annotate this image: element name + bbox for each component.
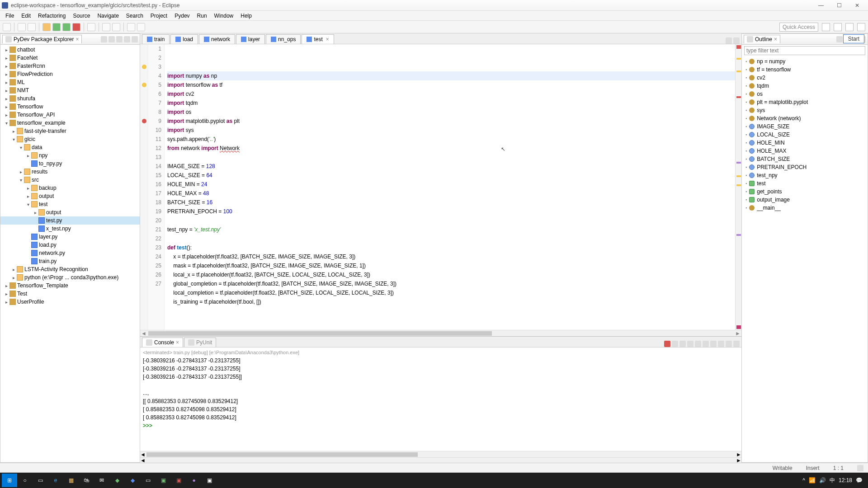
menu-help[interactable]: Help [237,11,255,20]
package-tree[interactable]: ▸chatbot▸FaceNet▸FasterRcnn▸FlowPredicti… [0,45,140,462]
app6-icon[interactable]: ▣ [202,474,217,487]
tree-item[interactable]: ▾test [0,200,140,208]
tree-item[interactable]: ▸FasterRcnn [0,62,140,70]
menu-project[interactable]: Project [147,11,171,20]
editor-tab-load[interactable]: load [170,34,198,44]
outline-tab[interactable]: Outline × [744,35,780,43]
outline-item[interactable]: ▪HOLE_MIN [742,139,868,147]
outline-item[interactable]: ▪cv2 [742,74,868,82]
menu-source[interactable]: Source [69,11,94,20]
editor-tab-layer[interactable]: layer [236,34,265,44]
tree-item[interactable]: ▸Tensorflow [0,103,140,111]
tray-volume-icon[interactable]: 🔊 [819,477,826,483]
next-annotation-button[interactable] [102,23,110,31]
terminate-icon[interactable] [664,341,670,347]
outline-item[interactable]: ▪IMAGE_SIZE [742,122,868,131]
minimize-button[interactable]: — [812,0,830,10]
editor-tab-train[interactable]: train [142,34,170,44]
editor-h-scrollbar[interactable]: ◄ ► [140,330,741,336]
link-editor-icon[interactable] [108,36,115,42]
minimize-editor-icon[interactable] [726,38,732,44]
tree-item[interactable]: ▸ML [0,78,140,86]
debug-perspective-button[interactable] [845,23,854,31]
explorer-icon[interactable]: ▦ [63,474,79,487]
back-button[interactable] [127,23,135,31]
outline-item[interactable]: ▪tf = tensorflow [742,66,868,74]
tray-ime-icon[interactable]: 中 [830,477,835,484]
save-button[interactable] [18,23,26,31]
editor-tab-nn_ops[interactable]: nn_ops [266,34,301,44]
close-outline-icon[interactable]: × [774,36,777,42]
mail-icon[interactable]: ✉ [94,474,109,487]
tree-item[interactable]: ▸output [0,192,140,200]
app2-icon[interactable]: ◆ [125,474,140,487]
remove-all-icon[interactable] [679,341,686,347]
tree-item[interactable]: ▸UserProfile [0,298,140,306]
cortana-button[interactable]: ○ [17,474,33,487]
eclipse-taskbar-icon[interactable]: ● [186,474,202,487]
forward-button[interactable] [137,23,145,31]
overview-ruler[interactable] [735,44,741,330]
outline-item[interactable]: ▪tqdm [742,82,868,90]
tree-item[interactable]: ▸Tensorflow_API [0,111,140,119]
console-tab[interactable]: Console × [142,338,183,347]
outline-item[interactable]: ▪Network (network) [742,114,868,122]
search-button[interactable] [87,23,95,31]
store-icon[interactable]: 🛍 [79,474,94,487]
tree-item[interactable]: ▾glcic [0,135,140,143]
outline-filter[interactable] [744,46,865,55]
outline-item[interactable]: ▪sys [742,106,868,114]
minimize-view-icon[interactable] [124,36,130,42]
tree-item[interactable]: to_npy.py [0,160,140,168]
tree-item[interactable]: layer.py [0,233,140,241]
outline-tree[interactable]: ▪np = numpy▪tf = tensorflow▪cv2▪tqdm▪os▪… [742,56,868,462]
quick-access[interactable]: Quick Access [779,23,818,32]
tray-expand-icon[interactable]: ^ [802,477,805,483]
app1-icon[interactable]: ◆ [109,474,125,487]
display-console-icon[interactable] [710,341,717,347]
outline-item[interactable]: ▪HOLE_MAX [742,147,868,155]
editor-tab-test[interactable]: test× [302,34,334,44]
tree-item[interactable]: ▸npy [0,151,140,160]
menu-run[interactable]: Run [193,11,211,20]
open-perspective-button[interactable] [822,23,830,31]
remove-launch-icon[interactable] [672,341,678,347]
editor-tab-network[interactable]: network [199,34,235,44]
tree-item[interactable]: x_test.npy [0,225,140,233]
tree-item[interactable]: ▾src [0,176,140,184]
scroll-lock-icon[interactable] [695,341,701,347]
java-perspective-button[interactable] [857,23,865,31]
menu-search[interactable]: Search [123,11,147,20]
pin-console-icon[interactable] [703,341,709,347]
tree-item[interactable]: ▾tensorflow_example [0,119,140,127]
tree-item[interactable]: test.py [0,216,140,225]
outline-item[interactable]: ▪__main__ [742,204,868,212]
collapse-all-icon[interactable] [101,36,107,42]
minimize-console-icon[interactable] [726,341,732,347]
code-area[interactable]: ↖ import numpy as npimport tensorflow as… [165,44,735,330]
outline-item[interactable]: ▪get_points [742,188,868,196]
tree-item[interactable]: ▸results [0,168,140,176]
close-view-icon[interactable]: × [75,36,79,42]
tree-item[interactable]: ▾data [0,143,140,151]
outline-item[interactable]: ▪plt = matplotlib.pyplot [742,98,868,106]
pyunit-tab[interactable]: PyUnit [184,338,216,347]
editor-body[interactable]: 1234567891011121314151617181920212223242… [140,44,741,330]
tree-item[interactable]: ▸LSTM-Activity Recognition [0,265,140,273]
tree-item[interactable]: ▸FaceNet [0,54,140,62]
menu-edit[interactable]: Edit [18,11,34,20]
tray-wifi-icon[interactable]: 📶 [809,477,816,483]
tree-item[interactable]: ▸fast-style-transfer [0,127,140,135]
start-menu-button[interactable]: ⊞ [2,474,17,487]
start-button[interactable]: Start [843,34,864,43]
app5-icon[interactable]: ▣ [171,474,186,487]
outline-item[interactable]: ▪BATCH_SIZE [742,155,868,163]
clear-console-icon[interactable] [687,341,693,347]
outline-item[interactable]: ▪LOCAL_SIZE [742,131,868,139]
menu-pydev[interactable]: Pydev [171,11,193,20]
task-view-button[interactable]: ▭ [33,474,48,487]
debug-button[interactable] [42,23,51,31]
tray-time[interactable]: 12:18 [839,477,852,483]
outline-item[interactable]: ▪np = numpy [742,57,868,66]
package-explorer-tab[interactable]: PyDev Package Explorer × [2,35,82,43]
